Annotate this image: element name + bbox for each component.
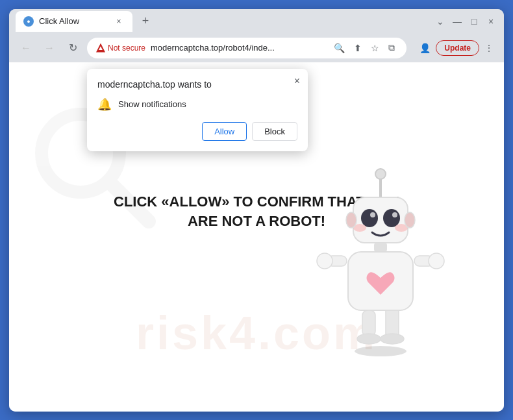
tab-close-button[interactable]: × bbox=[113, 16, 125, 27]
address-bar: ← → ↻ ▲ Not secure moderncaptcha.top/rob… bbox=[9, 34, 504, 62]
not-secure-label: Not secure bbox=[108, 43, 145, 53]
svg-point-23 bbox=[355, 346, 407, 356]
svg-point-3 bbox=[375, 169, 386, 179]
allow-button[interactable]: Allow bbox=[202, 122, 247, 141]
svg-point-8 bbox=[392, 212, 397, 217]
svg-point-18 bbox=[429, 253, 444, 269]
tab-bar: ● Click Allow × + bbox=[16, 11, 429, 32]
address-bar-icons: 🔍 ⬆ ☆ ⧉ bbox=[331, 40, 397, 56]
window-close-button[interactable]: × bbox=[484, 15, 497, 28]
toolbar-right: 👤 Update ⋮ bbox=[417, 40, 496, 56]
popup-title: moderncaptcha.top wants to bbox=[97, 79, 297, 90]
svg-point-6 bbox=[383, 209, 400, 227]
active-tab[interactable]: ● Click Allow × bbox=[16, 11, 132, 32]
window-controls: ⌄ — □ × bbox=[434, 15, 497, 28]
browser-window: ● Click Allow × + ⌄ — □ × ← → ↻ ▲ Not se… bbox=[9, 9, 504, 412]
more-menu-icon[interactable]: ⋮ bbox=[482, 40, 496, 56]
tab-favicon: ● bbox=[23, 16, 34, 27]
svg-point-22 bbox=[381, 334, 404, 344]
forward-button[interactable]: → bbox=[40, 39, 58, 57]
warning-icon: ▲ bbox=[96, 43, 105, 53]
notification-popup: × moderncaptcha.top wants to 🔔 Show noti… bbox=[87, 69, 308, 151]
robot-svg bbox=[309, 160, 452, 367]
svg-rect-11 bbox=[374, 243, 387, 252]
svg-point-13 bbox=[405, 212, 415, 228]
svg-rect-20 bbox=[386, 310, 399, 336]
popup-notification-text: Show notifications bbox=[118, 99, 186, 109]
robot-illustration bbox=[309, 160, 452, 367]
svg-point-21 bbox=[357, 334, 381, 344]
block-button[interactable]: Block bbox=[252, 122, 297, 141]
svg-point-5 bbox=[361, 209, 378, 227]
window-maximize-button[interactable]: □ bbox=[468, 15, 481, 28]
bookmark-icon[interactable]: ☆ bbox=[368, 40, 382, 56]
svg-point-7 bbox=[370, 212, 375, 217]
title-bar: ● Click Allow × + ⌄ — □ × bbox=[9, 9, 504, 34]
page-content: risk4.com × moderncaptcha.top wants to 🔔… bbox=[9, 62, 504, 412]
popup-notification-row: 🔔 Show notifications bbox=[97, 97, 297, 112]
reload-button[interactable]: ↻ bbox=[64, 39, 82, 57]
bell-icon: 🔔 bbox=[97, 97, 112, 112]
svg-rect-19 bbox=[362, 310, 375, 336]
popup-buttons: Allow Block bbox=[97, 122, 297, 141]
share-icon[interactable]: ⬆ bbox=[351, 40, 364, 56]
tab-title: Click Allow bbox=[39, 16, 79, 26]
not-secure-badge: ▲ Not secure bbox=[96, 43, 145, 53]
back-button[interactable]: ← bbox=[17, 39, 35, 57]
svg-point-12 bbox=[346, 212, 357, 228]
url-text: moderncaptcha.top/robot4/inde... bbox=[151, 43, 275, 53]
popup-close-button[interactable]: × bbox=[294, 75, 300, 87]
address-input[interactable]: ▲ Not secure moderncaptcha.top/robot4/in… bbox=[87, 38, 407, 58]
window-minimize-button[interactable]: — bbox=[451, 15, 464, 28]
splitscreen-icon[interactable]: ⧉ bbox=[386, 40, 397, 56]
window-down-icon[interactable]: ⌄ bbox=[434, 15, 447, 28]
new-tab-button[interactable]: + bbox=[136, 12, 155, 31]
account-icon[interactable]: 👤 bbox=[417, 40, 433, 56]
svg-point-17 bbox=[317, 253, 332, 269]
search-icon[interactable]: 🔍 bbox=[331, 40, 347, 56]
update-button[interactable]: Update bbox=[436, 40, 479, 56]
